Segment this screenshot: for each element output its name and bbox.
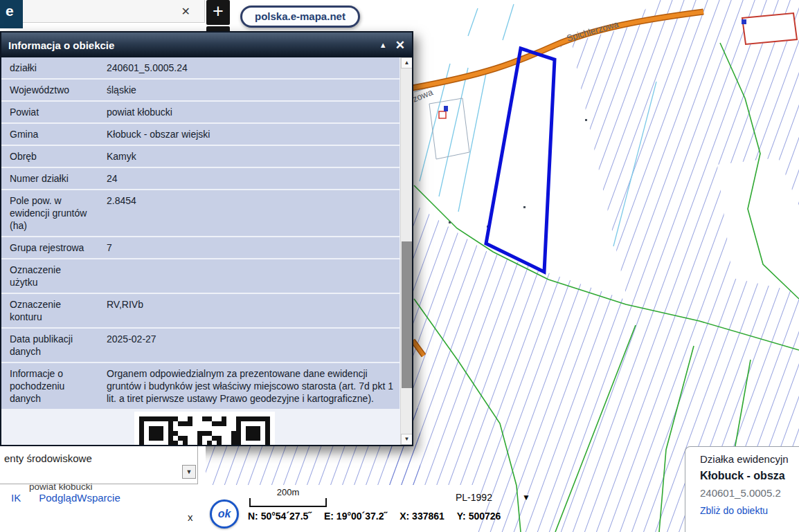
scroll-up-icon[interactable]: ▲ [401,57,412,68]
table-row: Informacje o pochodzeniu danych Organem … [1,363,400,409]
row-label: Gmina [10,128,107,140]
row-value: powiat kłobucki [107,106,400,118]
parcel-location: Kłobuck - obsza [700,470,799,482]
coord-x: X: 337861 [400,511,445,522]
crs-selector[interactable]: PL-1992 ▼ [456,492,530,503]
footer-link[interactable]: Podgląd [39,492,77,504]
dialog-body: działki 240601_5.0005.24 Województwo ślą… [1,57,412,445]
scroll-down-icon[interactable]: ▼ [182,465,196,479]
row-label: Województwo [10,84,107,96]
row-value: śląskie [107,84,400,96]
coord-e: E: 19°00´37.2˝ [324,511,387,522]
row-value: 2025-02-27 [107,333,400,345]
object-info-dialog: Informacja o obiekcie ▲ ✕ działki 240601… [0,31,413,446]
logo-corner: e [0,0,23,28]
table-row: działki 240601_5.0005.24 [1,57,400,78]
row-label: Informacje o pochodzeniu danych [10,367,107,405]
scrollbar-thumb[interactable] [402,241,412,388]
parcel-info-panel: Działka ewidencyjn Kłobuck - obsza 24060… [685,446,799,532]
dialog-header[interactable]: Informacja o obiekcie ▲ ✕ [1,33,412,57]
ok-button[interactable]: ok [210,499,239,529]
row-value: 240601_5.0005.24 [107,62,400,74]
row-label: Powiat [10,106,107,118]
row-label: Data publikacji danych [10,333,107,358]
footer-links: IKPodglądWsparcie [1,492,120,504]
coord-y: Y: 500726 [457,511,501,522]
layers-list: enty środowiskowe ▼ [0,446,198,484]
layer-item[interactable]: enty środowiskowe [4,452,92,464]
app-window: Spichlerzowa zowa e ✕ + polska.e-mapa.ne… [0,0,799,532]
parcel-type: Działka ewidencyjn [700,453,799,465]
qr-code [134,412,275,445]
row-label: Oznaczenie konturu [10,298,107,323]
table-row: Numer działki 24 [1,168,400,189]
scale-bar: 200m [249,487,327,507]
statusbar-background [206,485,478,532]
table-row: Grupa rejestrowa 7 [1,237,400,258]
row-value: Kamyk [107,150,400,163]
row-value: 24 [107,172,400,185]
table-row: Oznaczenie użytku [1,259,400,293]
dialog-title: Informacja o obiekcie [8,39,114,51]
row-value: 2.8454 [107,194,400,207]
footer-link[interactable]: IK [11,492,21,504]
footer-link[interactable]: Wsparcie [77,492,120,504]
attribute-table: działki 240601_5.0005.24 Województwo ślą… [1,57,400,409]
row-label: Pole pow. w ewidencji gruntów (ha) [10,194,107,232]
close-icon[interactable]: ✕ [395,38,405,53]
close-x[interactable]: x [188,511,193,523]
table-row: Pole pow. w ewidencji gruntów (ha) 2.845… [1,190,400,236]
row-label: Obręb [10,150,107,163]
parcel-id: 240601_5.0005.2 [700,487,799,499]
dialog-scrollbar[interactable]: ▲ ▼ [400,57,412,445]
table-row: Oznaczenie konturu RV,RIVb [1,294,400,327]
row-label: Grupa rejestrowa [10,241,107,254]
coord-n: N: 50°54´27.5˝ [248,511,312,522]
row-label: działki [10,62,107,74]
row-value: Kłobuck - obszar wiejski [107,128,400,140]
zoom-in-button[interactable]: + [206,0,230,25]
table-row: Powiat powiat kłobucki [1,102,400,122]
partial-option-text: powiat kłobucki [29,481,93,493]
collapse-icon[interactable]: ▲ [379,41,387,49]
scale-label: 200m [249,487,327,497]
scroll-down-icon[interactable]: ▼ [401,434,412,445]
site-badge[interactable]: polska.e-mapa.net [240,6,360,28]
table-row: Obręb Kamyk [1,146,400,167]
row-value: 7 [107,241,400,254]
building-outline [742,13,797,44]
row-label: Numer działki [10,172,107,185]
crs-label: PL-1992 [456,492,492,503]
coordinates-readout: N: 50°54´27.5˝ E: 19°00´37.2˝ X: 337861 … [248,511,501,522]
row-label: Oznaczenie użytku [10,264,107,288]
table-row: Województwo śląskie [1,80,400,100]
scale-bracket [249,498,327,507]
close-icon[interactable]: ✕ [181,5,190,18]
zoom-to-object-link[interactable]: Zbliż do obiektu [700,505,799,516]
panel-header-strip: ✕ [23,0,205,23]
table-row: Gmina Kłobuck - obszar wiejski [1,124,400,145]
table-row: Data publikacji danych 2025-02-27 [1,329,400,362]
row-value: Organem odpowiedzialnym za prezentowane … [107,367,400,405]
chevron-down-icon: ▼ [522,493,530,502]
row-value: RV,RIVb [107,298,400,311]
left-sidebar-bottom: enty środowiskowe ▼ powiat kłobucki IKPo… [0,446,206,532]
